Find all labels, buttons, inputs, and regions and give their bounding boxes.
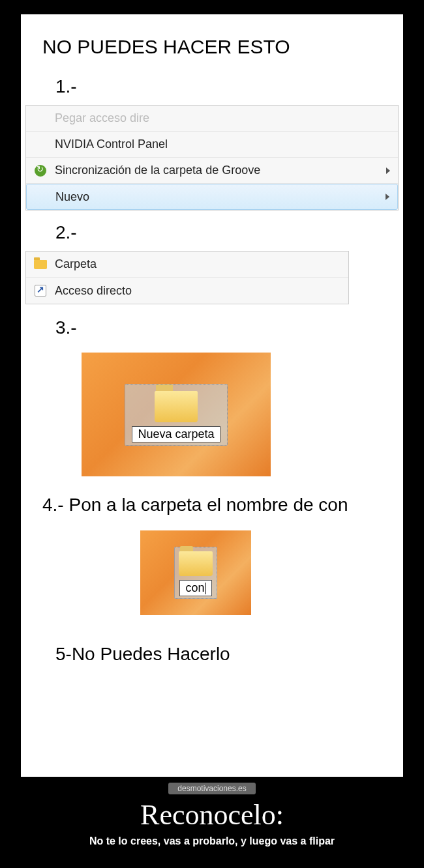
submenu-arrow-icon (386, 167, 390, 174)
poster-content: NO PUEDES HACER ESTO 1.- Pegar acceso di… (23, 16, 401, 775)
desktop-preview-1: Nueva carpeta (82, 353, 271, 476)
folder-name-input[interactable]: Nueva carpeta (132, 426, 220, 442)
shortcut-icon (31, 285, 50, 297)
new-folder-selected[interactable]: Nueva carpeta (125, 384, 227, 446)
menu-item-label: Acceso directo (55, 284, 341, 298)
menu-item-nvidia[interactable]: NVIDIA Control Panel (26, 132, 398, 158)
menu-item-label: NVIDIA Control Panel (55, 137, 390, 151)
menu-item-label: Sincronización de la carpeta de Groove (55, 164, 386, 177)
sync-icon (31, 165, 50, 177)
menu-item-groove-sync[interactable]: Sincronización de la carpeta de Groove (26, 158, 398, 184)
submenu-arrow-icon (386, 194, 389, 200)
menu-item-label: Nuevo (55, 190, 386, 204)
menu-item-carpeta[interactable]: Carpeta (26, 252, 348, 278)
context-menu-2: Carpeta Acceso directo (25, 251, 349, 304)
caption-area: desmotivaciones.es Reconocelo: No te lo … (0, 782, 424, 847)
context-menu-1: Pegar acceso dire NVIDIA Control Panel S… (25, 105, 399, 210)
menu-item-nuevo[interactable]: Nuevo (26, 184, 398, 210)
step-2-label: 2.- (23, 217, 401, 248)
main-heading: NO PUEDES HACER ESTO (23, 29, 401, 71)
watermark-badge: desmotivaciones.es (168, 783, 255, 794)
menu-item-label: Pegar acceso dire (55, 111, 390, 125)
menu-item-shortcut[interactable]: Acceso directo (26, 278, 348, 304)
desktop-preview-2: con (140, 530, 251, 615)
menu-item-label: Carpeta (55, 257, 341, 271)
folder-icon (31, 260, 50, 269)
caption-title: Reconocelo: (0, 798, 424, 832)
step-4-label: 4.- Pon a la carpeta el nombre de con (23, 488, 401, 521)
step-5-label: 5-No Puedes Hacerlo (23, 627, 401, 671)
folder-rename-text: con (185, 581, 204, 594)
rename-folder-selected[interactable]: con (174, 547, 217, 599)
step-3-label: 3.- (23, 312, 401, 343)
poster-frame: NO PUEDES HACER ESTO 1.- Pegar acceso di… (21, 14, 403, 777)
folder-icon (155, 391, 198, 422)
caption-subtitle: No te lo crees, vas a probarlo, y luego … (0, 835, 424, 847)
folder-icon (179, 551, 213, 576)
menu-item-paste-shortcut[interactable]: Pegar acceso dire (26, 106, 398, 132)
folder-rename-input[interactable]: con (179, 580, 211, 596)
text-cursor-icon (205, 583, 206, 594)
step-1-label: 1.- (23, 71, 401, 102)
folder-name-text: Nueva carpeta (138, 427, 214, 441)
